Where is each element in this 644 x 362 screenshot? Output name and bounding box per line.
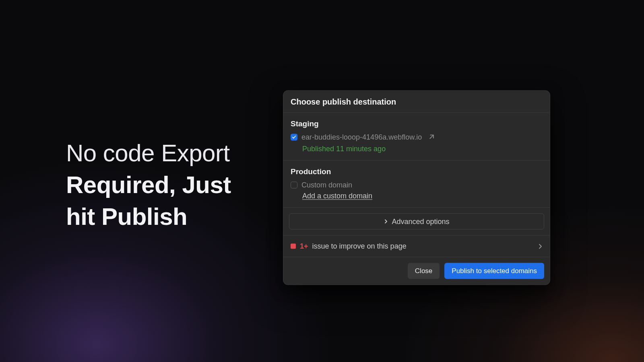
dialog-footer: Close Publish to selected domains (283, 257, 550, 285)
production-checkbox[interactable] (291, 182, 297, 189)
headline-line-2: Required, Just (66, 171, 231, 198)
stage: No code Export Required, Just hit Publis… (29, 16, 615, 346)
issues-row[interactable]: 1+ issue to improve on this page (283, 236, 550, 257)
headline-line-1: No code Export (66, 140, 230, 167)
staging-domain-row: ear-buddies-looop-41496a.webflow.io (291, 133, 543, 142)
staging-domain-text[interactable]: ear-buddies-looop-41496a.webflow.io (301, 133, 422, 142)
close-button[interactable]: Close (408, 263, 440, 279)
chevron-right-icon (384, 219, 388, 224)
advanced-options-wrap: Advanced options (283, 208, 550, 236)
check-icon (292, 135, 296, 140)
publish-dialog: Choose publish destination Staging ear-b… (283, 90, 550, 285)
staging-checkbox[interactable] (291, 134, 297, 141)
chevron-right-icon (538, 243, 543, 249)
advanced-options-label: Advanced options (392, 217, 449, 226)
issues-text: issue to improve on this page (312, 242, 407, 251)
dialog-title: Choose publish destination (291, 97, 543, 107)
production-domain-row: Custom domain (291, 181, 543, 189)
publish-button[interactable]: Publish to selected domains (444, 263, 544, 279)
production-heading: Production (291, 167, 543, 176)
staging-section: Staging ear-buddies-looop-41496a.webflow… (283, 113, 550, 161)
dialog-header: Choose publish destination (283, 91, 550, 113)
headline-line-3: hit Publish (66, 203, 187, 230)
issue-severity-icon (291, 244, 296, 249)
production-domain-label: Custom domain (301, 181, 352, 189)
issues-count: 1+ (300, 242, 308, 251)
staging-publish-status: Published 11 minutes ago (302, 145, 543, 153)
issues-left: 1+ issue to improve on this page (291, 242, 407, 251)
marketing-headline: No code Export Required, Just hit Publis… (66, 137, 275, 233)
external-link-icon[interactable] (428, 134, 434, 140)
staging-heading: Staging (291, 119, 543, 128)
add-custom-domain-link[interactable]: Add a custom domain (302, 192, 543, 200)
production-section: Production Custom domain Add a custom do… (283, 161, 550, 208)
advanced-options-button[interactable]: Advanced options (289, 214, 544, 230)
